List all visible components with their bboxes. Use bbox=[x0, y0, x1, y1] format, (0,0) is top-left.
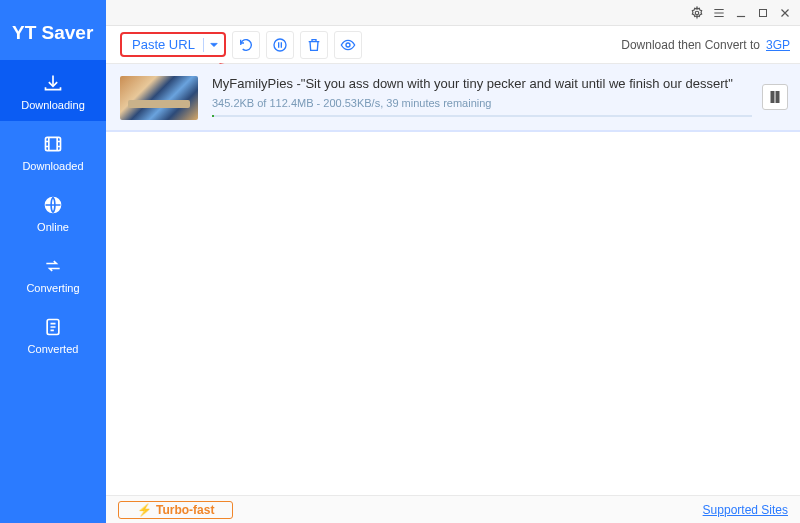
minimize-icon[interactable] bbox=[730, 4, 752, 22]
convert-icon bbox=[42, 255, 64, 277]
app-title: YT Saver bbox=[0, 0, 106, 60]
video-thumbnail bbox=[120, 76, 198, 120]
download-info: MyFamilyPies -"Sit you ass down with you… bbox=[212, 76, 752, 117]
convert-section: Download then Convert to 3GP bbox=[621, 38, 790, 52]
sidebar: YT Saver Downloading Downloaded Online C… bbox=[0, 0, 106, 523]
svg-rect-7 bbox=[771, 91, 774, 103]
pause-all-icon[interactable] bbox=[266, 31, 294, 59]
sidebar-item-label: Converted bbox=[28, 343, 79, 355]
bolt-icon: ⚡ bbox=[137, 503, 152, 517]
gear-icon[interactable] bbox=[686, 4, 708, 22]
maximize-icon[interactable] bbox=[752, 4, 774, 22]
sidebar-item-label: Online bbox=[37, 221, 69, 233]
sidebar-item-label: Downloading bbox=[21, 99, 85, 111]
divider bbox=[203, 38, 204, 52]
sidebar-item-label: Downloaded bbox=[22, 160, 83, 172]
svg-point-3 bbox=[695, 11, 699, 15]
pause-button[interactable] bbox=[762, 84, 788, 110]
progress-bar bbox=[212, 115, 752, 117]
globe-icon bbox=[42, 194, 64, 216]
file-icon bbox=[42, 316, 64, 338]
toolbar: Paste URL Download then Convert to 3GP bbox=[106, 26, 800, 64]
convert-format-link[interactable]: 3GP bbox=[766, 38, 790, 52]
main-area: Paste URL Download then Convert to 3GP bbox=[106, 0, 800, 523]
turbo-fast-button[interactable]: ⚡ Turbo-fast bbox=[118, 501, 233, 519]
download-title: MyFamilyPies -"Sit you ass down with you… bbox=[212, 76, 752, 91]
trash-icon[interactable] bbox=[300, 31, 328, 59]
download-stats: 345.2KB of 112.4MB - 200.53KB/s, 39 minu… bbox=[212, 97, 752, 109]
convert-label: Download then Convert to bbox=[621, 38, 760, 52]
footer: ⚡ Turbo-fast Supported Sites bbox=[106, 495, 800, 523]
svg-rect-4 bbox=[760, 9, 767, 16]
svg-rect-0 bbox=[46, 137, 61, 150]
download-row[interactable]: MyFamilyPies -"Sit you ass down with you… bbox=[106, 64, 800, 132]
sidebar-item-online[interactable]: Online bbox=[0, 182, 106, 243]
turbo-label: Turbo-fast bbox=[156, 503, 214, 517]
film-icon bbox=[42, 133, 64, 155]
eye-icon[interactable] bbox=[334, 31, 362, 59]
supported-sites-link[interactable]: Supported Sites bbox=[703, 503, 788, 517]
sidebar-item-converted[interactable]: Converted bbox=[0, 304, 106, 365]
progress-fill bbox=[212, 115, 214, 117]
menu-icon[interactable] bbox=[708, 4, 730, 22]
svg-point-6 bbox=[346, 43, 350, 47]
sidebar-item-downloaded[interactable]: Downloaded bbox=[0, 121, 106, 182]
chevron-down-icon[interactable] bbox=[210, 37, 218, 52]
paste-url-button[interactable]: Paste URL bbox=[120, 32, 226, 57]
refresh-icon[interactable] bbox=[232, 31, 260, 59]
content-area: MyFamilyPies -"Sit you ass down with you… bbox=[106, 64, 800, 495]
svg-point-5 bbox=[274, 39, 286, 51]
close-icon[interactable] bbox=[774, 4, 796, 22]
svg-rect-8 bbox=[776, 91, 779, 103]
titlebar bbox=[106, 0, 800, 26]
download-icon bbox=[42, 72, 64, 94]
sidebar-item-downloading[interactable]: Downloading bbox=[0, 60, 106, 121]
paste-url-label: Paste URL bbox=[132, 37, 195, 52]
sidebar-item-label: Converting bbox=[26, 282, 79, 294]
sidebar-item-converting[interactable]: Converting bbox=[0, 243, 106, 304]
